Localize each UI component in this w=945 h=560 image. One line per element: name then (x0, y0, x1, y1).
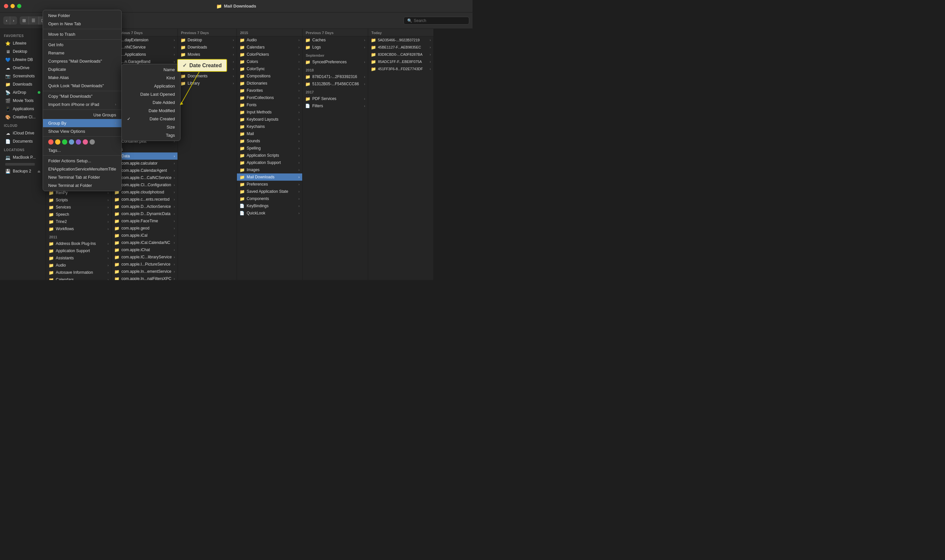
close-button[interactable] (4, 4, 8, 8)
list-item[interactable]: 📁 Spelling › (237, 145, 302, 152)
list-item[interactable]: 📁 Keychains › (237, 123, 302, 130)
list-item-app-scripts[interactable]: 📁 Application Scripts › (237, 152, 302, 159)
list-item[interactable]: 📁 51312B05-...F5456CCC86 › (302, 80, 368, 88)
list-item[interactable]: 📁 Mail › (237, 130, 302, 137)
menu-item-move-trash[interactable]: Move to Trash (43, 30, 122, 38)
list-item[interactable]: 📁 Application Support › (237, 159, 302, 166)
list-item-mail-downloads-selected[interactable]: 📁 Mail Downloads › (237, 174, 302, 181)
list-item[interactable]: 📁 Calendars › (46, 276, 111, 280)
list-view-button[interactable]: ☰ (29, 16, 39, 25)
menu-item-new-terminal[interactable]: New Terminal at Folder (43, 181, 122, 189)
list-item[interactable]: 📄 QuickLook › (237, 209, 302, 217)
submenu-item-application[interactable]: Application (122, 82, 180, 90)
submenu-item-tags[interactable]: Tags (122, 131, 180, 139)
sidebar-item-applications[interactable]: 📱 Applications (1, 105, 44, 113)
list-item[interactable]: 📁 Trine2 › (46, 218, 111, 225)
list-item[interactable]: 📁 com.apple.iCal › (111, 232, 177, 239)
list-item[interactable]: 📁 com.apple.IC...libraryService › (111, 254, 177, 261)
list-item[interactable]: 📁 Address Book Plug-Ins › (46, 240, 111, 247)
list-item[interactable]: 📁 Input Methods › (237, 109, 302, 116)
list-item[interactable]: 📁 Workflows › (46, 225, 111, 232)
list-item[interactable]: 📁 Components › (237, 195, 302, 202)
list-item-saved-app-state[interactable]: 📁 Saved Application State › (237, 188, 302, 195)
list-item[interactable]: 📁 Services › (46, 204, 111, 211)
list-item[interactable]: 📁 com.apple.In...nalFiltersXPC › (111, 275, 177, 280)
list-item[interactable]: 📁 com.apple.iChat › (111, 246, 177, 254)
color-dot-orange[interactable] (55, 139, 60, 145)
list-item[interactable]: 📁 Fonts › (237, 101, 302, 109)
menu-item-get-info[interactable]: Get Info (43, 41, 122, 49)
list-item[interactable]: 📁 Images › (237, 166, 302, 174)
back-button[interactable]: ‹ (3, 16, 10, 25)
submenu-item-size[interactable]: Size (122, 123, 180, 131)
sidebar-item-downloads[interactable]: 📁 Downloads (1, 80, 44, 88)
fullscreen-button[interactable] (17, 4, 21, 8)
list-item[interactable]: 📁 com.apple.D...DynamicData › (111, 210, 177, 217)
forward-button[interactable]: › (10, 16, 17, 25)
list-item[interactable]: 📁 Audio › (46, 262, 111, 269)
menu-item-group-by[interactable]: Group By › (43, 119, 122, 127)
list-item-preferences[interactable]: 📁 Preferences › (237, 181, 302, 188)
sidebar-item-movie-tools[interactable]: 🎬 Movie Tools (1, 97, 44, 105)
menu-item-new-terminal-tab[interactable]: New Terminal Tab at Folder (43, 173, 122, 181)
menu-item-new-folder[interactable]: New Folder (43, 11, 122, 20)
list-item[interactable]: 📁 451FF3F6-8...FD2E7743DF › (368, 65, 433, 72)
list-item[interactable]: 📁 Desktop › (178, 36, 237, 44)
sidebar-item-onedrive[interactable]: ☁ OneDrive (1, 64, 44, 72)
list-item[interactable]: 📁 Application Support › (46, 247, 111, 254)
list-item-dictionaries[interactable]: 📁 Dictionaries › (237, 80, 302, 87)
sidebar-item-airdrop[interactable]: 📡 AirDrop (1, 89, 44, 96)
menu-item-tags[interactable]: Tags... (43, 146, 122, 154)
sidebar-item-lifewire-db[interactable]: 💙 Lifewire DB (1, 56, 44, 64)
list-item[interactable]: 📄 Filters › (302, 102, 368, 109)
list-item[interactable]: 📁 com.apple.geod › (111, 225, 177, 232)
list-item[interactable]: 📁 ColorPickers › (237, 51, 302, 58)
list-item[interactable]: 📁 Audio › (237, 36, 302, 44)
menu-item-make-alias[interactable]: Make Alias (43, 74, 122, 82)
list-item[interactable]: 📁 Autosave Information › (46, 269, 111, 276)
submenu-item-date-last-opened[interactable]: Date Last Opened (122, 90, 180, 98)
sidebar-item-icloud-drive[interactable]: ☁ iCloud Drive (1, 129, 44, 137)
sidebar-item-desktop[interactable]: 🖥 Desktop (1, 48, 44, 55)
list-item[interactable]: 📁 Scripts › (46, 196, 111, 204)
list-item[interactable]: 📁 Compositions › (237, 72, 302, 80)
menu-item-folder-actions[interactable]: Folder Actions Setup... (43, 157, 122, 165)
color-dot-purple[interactable] (76, 139, 81, 145)
list-item[interactable]: 📁 com.apple.D...ActionService › (111, 203, 177, 210)
menu-item-duplicate[interactable]: Duplicate (43, 65, 122, 74)
list-item-colors[interactable]: 📁 Colors › (237, 58, 302, 65)
sidebar-item-macbook[interactable]: 💻 MacBook P... (1, 154, 44, 161)
sidebar-item-screenshots[interactable]: 📷 Screenshots (1, 72, 44, 80)
list-item[interactable]: 📁 Assistants › (46, 254, 111, 262)
list-item[interactable]: 📁 Speech › (46, 211, 111, 218)
menu-item-quick-look[interactable]: Quick Look "Mail Downloads" (43, 82, 122, 90)
submenu-item-date-modified[interactable]: Date Modified (122, 106, 180, 115)
list-item[interactable]: 📁 Documents › (178, 72, 237, 80)
list-item[interactable]: 📁 Sounds › (237, 137, 302, 145)
list-item[interactable]: 📁 Calendars › (237, 44, 302, 51)
sidebar-item-lifewire[interactable]: ⭐ Lifewire (1, 39, 44, 47)
menu-item-view-options[interactable]: Show View Options (43, 127, 122, 135)
menu-item-compress[interactable]: Compress "Mail Downloads" (43, 57, 122, 65)
list-item[interactable]: 📁 Caches › (302, 36, 368, 44)
sidebar-item-creative-cloud[interactable]: 🎨 Creative Cl... (1, 113, 44, 121)
icon-view-button[interactable]: ⊞ (20, 16, 29, 25)
menu-item-use-groups[interactable]: Use Groups (43, 111, 122, 119)
menu-item-rename[interactable]: Rename (43, 49, 122, 57)
list-item[interactable]: 📁 com.apple.In...ementService › (111, 268, 177, 275)
list-item[interactable]: 📁 com.apple.I...PictureService › (111, 261, 177, 268)
list-item[interactable]: 📁 Favorites › (237, 87, 302, 94)
submenu-item-date-created[interactable]: ✓ Date Created (122, 115, 180, 123)
submenu-item-kind[interactable]: Kind (122, 74, 180, 82)
menu-item-copy[interactable]: Copy "Mail Downloads" (43, 92, 122, 100)
list-item[interactable]: 📁 PDF Services › (302, 95, 368, 102)
submenu-item-date-added[interactable]: Date Added (122, 98, 180, 106)
color-dot-gray[interactable] (89, 139, 95, 145)
color-dot-green[interactable] (62, 139, 67, 145)
list-item-library[interactable]: 📁 Library › (178, 80, 237, 87)
color-dot-pink[interactable] (83, 139, 88, 145)
list-item[interactable]: 📁 Logs › (302, 44, 368, 51)
list-item[interactable]: 📁 com.apple.c...ents.recentsd › (111, 196, 177, 203)
list-item[interactable]: 📁 FontCollections › (237, 94, 302, 101)
minimize-button[interactable] (11, 4, 15, 8)
